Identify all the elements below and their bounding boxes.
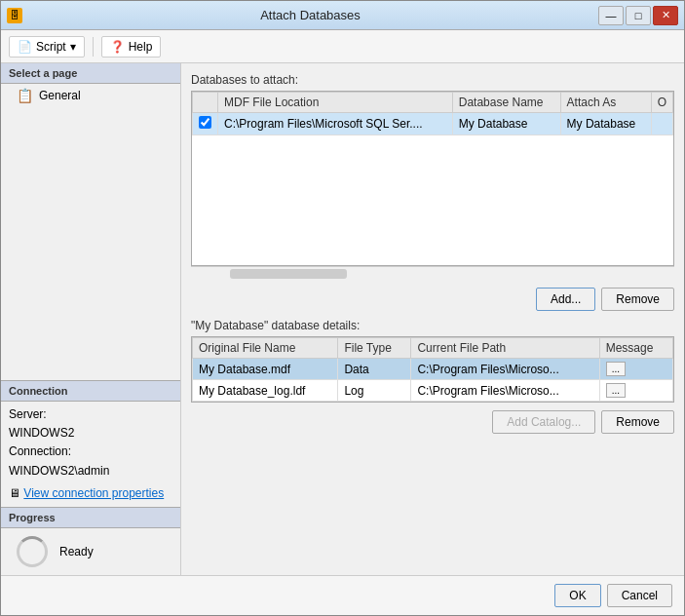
maximize-button[interactable]: □ [626,6,651,25]
general-label: General [39,89,81,102]
general-page-icon: 📋 [17,88,33,103]
attach-as-header: Attach As [560,93,651,113]
details-header-row: Original File Name File Type Current Fil… [193,338,673,359]
title-controls: — □ ✕ [598,6,678,25]
detail-message-0: ... [599,359,672,380]
file-type-header: File Type [338,338,411,359]
detail-file-type-1: Log [338,380,411,402]
window-title: Attach Databases [22,8,598,22]
script-icon: 📄 [18,40,32,54]
connection-value: WINDOWS2\admin [9,462,172,481]
detail-current-file-path-0: C:\Program Files\Microso... [411,359,599,380]
details-section: "My Database" database details: Original… [191,319,674,403]
server-value: WINDOWS2 [9,424,172,443]
database-name-header: Database Name [452,93,560,113]
view-connection-link[interactable]: View connection properties [23,486,164,500]
detail-file-type-0: Data [338,359,411,380]
server-label: Server: [9,405,172,424]
detail-ellipsis-0[interactable]: ... [606,362,626,376]
add-button[interactable]: Add... [536,288,595,311]
progress-section-header: Progress [1,508,180,528]
toolbar: 📄 Script ▾ ❓ Help [1,30,684,63]
scrollbar-thumb[interactable] [230,269,347,279]
progress-row: Ready [1,528,180,575]
current-file-path-header: Current File Path [411,338,599,359]
server-info: Server: WINDOWS2 Connection: WINDOWS2\ad… [1,402,180,507]
cancel-button[interactable]: Cancel [607,584,672,607]
minimize-button[interactable]: — [598,6,624,25]
detail-original-file-name-1: My Database_log.ldf [193,380,338,402]
sidebar-item-general[interactable]: 📋 General [1,84,180,107]
row-attach-as: My Database [560,113,651,135]
database-row[interactable]: C:\Program Files\Microsoft SQL Ser.... M… [193,113,673,135]
remove-detail-button[interactable]: Remove [601,410,674,434]
detail-current-file-path-1: C:\Program Files\Microso... [411,380,599,402]
connection-section: Connection Server: WINDOWS2 Connection: … [1,380,180,507]
script-label: Script [36,40,66,54]
help-button[interactable]: ❓ Help [101,36,162,58]
horizontal-scrollbar[interactable] [191,266,674,280]
row-checkbox[interactable] [193,113,218,135]
databases-table-container: MDF File Location Database Name Attach A… [191,91,674,266]
connection-icon: 🖥 [9,486,20,500]
row-mdf-location: C:\Program Files\Microsoft SQL Ser.... [218,113,453,135]
details-label: "My Database" database details: [191,319,674,332]
toolbar-separator [93,37,94,57]
detail-original-file-name-0: My Database.mdf [193,359,338,380]
progress-spinner [17,536,48,567]
right-panel: Databases to attach: MDF File Location D… [181,63,684,575]
details-table-container: Original File Name File Type Current Fil… [191,336,674,403]
checkbox-col-header [193,93,218,113]
row-database-name: My Database [452,113,560,135]
script-dropdown-icon: ▾ [70,40,76,54]
help-label: Help [129,40,153,54]
sidebar-spacer [1,107,180,380]
title-bar-left: 🗄 [7,8,22,23]
remove-button[interactable]: Remove [601,288,674,311]
add-catalog-button[interactable]: Add Catalog... [492,410,595,434]
databases-section: Databases to attach: MDF File Location D… [191,73,674,280]
details-table: Original File Name File Type Current Fil… [192,337,673,402]
catalog-remove-buttons: Add Catalog... Remove [191,410,674,434]
window-icon: 🗄 [7,8,22,23]
databases-header-row: MDF File Location Database Name Attach A… [193,93,673,113]
ready-label: Ready [59,545,94,558]
message-header: Message [599,338,672,359]
ok-button[interactable]: OK [554,584,600,607]
databases-to-attach-label: Databases to attach: [191,73,674,87]
row-owner [651,113,672,135]
detail-row-0[interactable]: My Database.mdf Data C:\Program Files\Mi… [193,359,673,380]
detail-row-1[interactable]: My Database_log.ldf Log C:\Program Files… [193,380,673,402]
close-button[interactable]: ✕ [653,6,678,25]
mdf-location-header: MDF File Location [218,93,453,113]
databases-table: MDF File Location Database Name Attach A… [192,92,673,135]
connection-label: Connection: [9,443,172,461]
progress-section: Progress Ready [1,507,180,575]
detail-ellipsis-1[interactable]: ... [606,383,626,398]
main-window: 🗄 Attach Databases — □ ✕ 📄 Script ▾ ❓ He… [0,0,685,616]
select-page-section: Select a page [1,63,180,84]
script-button[interactable]: 📄 Script ▾ [9,36,85,58]
help-icon: ❓ [110,40,125,54]
detail-message-1: ... [599,380,672,402]
sidebar: Select a page 📋 General Connection Serve… [1,63,181,575]
add-remove-buttons: Add... Remove [191,288,674,311]
footer: OK Cancel [1,575,684,615]
title-bar: 🗄 Attach Databases — □ ✕ [1,1,684,30]
connection-section-header: Connection [1,381,180,402]
original-file-name-header: Original File Name [193,338,338,359]
main-content: Select a page 📋 General Connection Serve… [1,63,684,575]
owner-header: O [651,93,672,113]
